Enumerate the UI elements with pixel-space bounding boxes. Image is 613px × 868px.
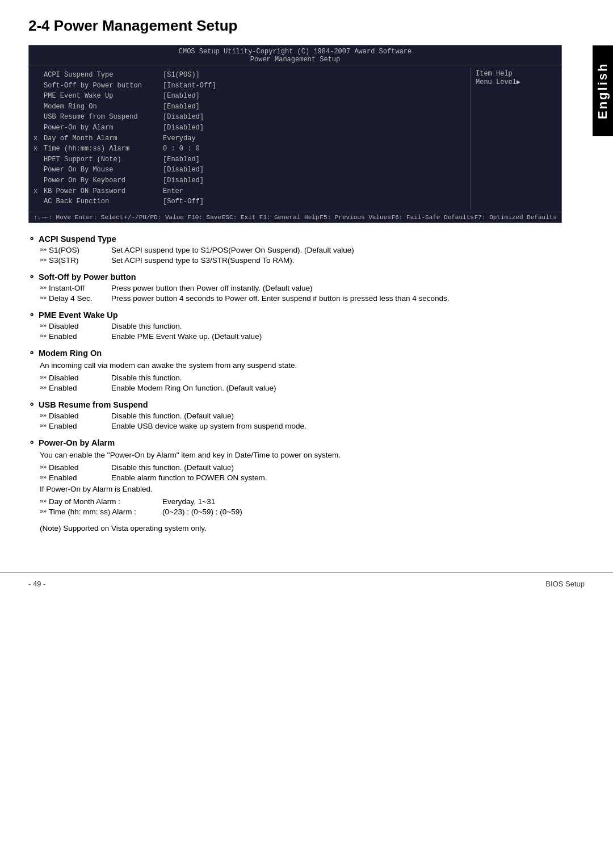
bios-row-label: Modem Ring On [44, 102, 163, 112]
bullet-icon: »» [40, 332, 49, 341]
sub-label: Enabled [49, 384, 111, 392]
sub-label: Disabled [49, 322, 111, 330]
bullet-icon: »» [40, 246, 49, 254]
sub-label: Disabled [49, 463, 111, 472]
sub-label: Delay 4 Sec. [49, 294, 111, 303]
sub-label: S1(POS) [49, 246, 111, 254]
extra-poweralarm: If Power-On by Alarm is Enabled. [28, 484, 562, 495]
bios-row: PME Event Wake Up[Enabled] [33, 91, 466, 102]
sub-item-alarm: »»Day of Month Alarm :Everyday, 1~31 [28, 497, 562, 506]
bios-row-value: [Disabled] [163, 165, 204, 175]
sub-item: »»EnabledEnable alarm function to POWER … [28, 473, 562, 482]
bios-header: CMOS Setup Utility-Copyright (C) 1984-20… [29, 45, 561, 65]
sub-desc: Enable USB device wake up system from su… [111, 422, 562, 430]
bios-row-label: Power On By Mouse [44, 165, 163, 175]
sub-desc: Disable this function. [111, 374, 562, 382]
bios-row: xDay of Month AlarmEveryday [33, 133, 466, 144]
sub-item-alarm: »»Time (hh: mm: ss) Alarm :(0~23) : (0~5… [28, 508, 562, 516]
bios-row: Power-On by Alarm[Disabled] [33, 123, 466, 133]
bios-row-value: [Soft-Off] [163, 196, 204, 207]
bios-help-sub: Menu Level▶ [476, 78, 557, 86]
bios-row: AC Back Function[Soft-Off] [33, 196, 466, 207]
bios-row-value: Enter [163, 186, 183, 197]
bios-row-value: [Enabled] [163, 154, 200, 165]
bios-row-label: Day of Month Alarm [44, 133, 163, 144]
page-title: 2-4 Power Management Setup [28, 17, 562, 35]
bios-row: Modem Ring On[Enabled] [33, 102, 466, 112]
bios-footer-esc: ESC: Exit F1: General Help [222, 214, 320, 221]
sub-label: Disabled [49, 374, 111, 382]
heading-pme: ⚬ PME Event Wake Up [28, 311, 562, 320]
sub-item: »»DisabledDisable this function. (Defaul… [28, 412, 562, 420]
footer-bar: - 49 - BIOS Setup [0, 572, 613, 595]
sub-item: »»DisabledDisable this function. (Defaul… [28, 463, 562, 472]
arrow-icon: ⚬ [28, 234, 35, 244]
bios-row-value: [Disabled] [163, 123, 204, 133]
section-usb: ⚬ USB Resume from Suspend»»DisabledDisab… [28, 400, 562, 430]
bullet-icon: »» [40, 256, 49, 265]
sub-desc: Enable alarm function to POWER ON system… [111, 473, 562, 482]
section-pme: ⚬ PME Event Wake Up»»DisabledDisable thi… [28, 311, 562, 341]
bios-row-value: 0 : 0 : 0 [163, 144, 200, 154]
bullet-icon: »» [40, 284, 49, 292]
bios-row-label: Power-On by Alarm [44, 123, 163, 133]
heading-modem: ⚬ Modem Ring On [28, 349, 562, 358]
bios-help-panel: Item Help Menu Level▶ [471, 68, 561, 209]
bios-row-value: [Disabled] [163, 175, 204, 186]
bios-header-line2: Power Management Setup [29, 56, 561, 64]
sub-desc: Disable this function. [111, 322, 562, 330]
sub-label: Enabled [49, 332, 111, 341]
sub-item: »»Delay 4 Sec.Press power button 4 secon… [28, 294, 562, 303]
bios-row-value: Everyday [163, 133, 196, 144]
bios-row: ACPI Suspend Type[S1(POS)] [33, 70, 466, 81]
bios-settings-list: ACPI Suspend Type[S1(POS)]Soft-Off by Po… [29, 68, 471, 209]
heading-usb: ⚬ USB Resume from Suspend [28, 400, 562, 409]
bullet-icon: »» [40, 374, 49, 382]
sub-item: »»EnabledEnable Modem Ring On function. … [28, 384, 562, 392]
section-softoff: ⚬ Soft-Off by Power button»»Instant-OffP… [28, 272, 562, 303]
sub-label: Instant-Off [49, 284, 111, 292]
bios-footer: ↑↓→←: Move Enter: Select +/-/PU/PD: Valu… [29, 212, 561, 223]
sub-item: »»EnabledEnable USB device wake up syste… [28, 422, 562, 430]
arrow-icon: ⚬ [28, 272, 35, 282]
heading-softoff: ⚬ Soft-Off by Power button [28, 272, 562, 282]
bios-row: Power On By Mouse[Disabled] [33, 165, 466, 175]
arrow-icon: ⚬ [28, 311, 35, 320]
sub-desc: Set ACPI suspend type to S1/POS(Power On… [111, 246, 562, 254]
sub-label: S3(STR) [49, 256, 111, 265]
sub-item: »»S1(POS)Set ACPI suspend type to S1/POS… [28, 246, 562, 254]
bullet-icon: »» [40, 412, 49, 420]
bios-header-line1: CMOS Setup Utility-Copyright (C) 1984-20… [29, 48, 561, 56]
footer-bios-setup: BIOS Setup [545, 580, 585, 588]
english-tab: English [593, 45, 613, 136]
sub-item: »»DisabledDisable this function. [28, 374, 562, 382]
bios-row: xTime (hh:mm:ss) Alarm0 : 0 : 0 [33, 144, 466, 154]
sub-desc: Everyday, 1~31 [162, 497, 562, 506]
sub-desc: Enable PME Event Wake up. (Default value… [111, 332, 562, 341]
bios-footer-f7: F7: Optimized Defaults [475, 214, 557, 221]
arrow-icon: ⚬ [28, 349, 35, 358]
bios-row-label: Time (hh:mm:ss) Alarm [44, 144, 163, 154]
bullet-icon: »» [40, 508, 49, 516]
bios-row-label: ACPI Suspend Type [44, 70, 163, 81]
bios-row-value: [S1(POS)] [163, 70, 200, 81]
sub-label: Enabled [49, 473, 111, 482]
bios-row-prefix: x [33, 186, 44, 197]
bios-row-label: PME Event Wake Up [44, 91, 163, 102]
sub-item: »»Instant-OffPress power button then Pow… [28, 284, 562, 292]
bios-row: HPET Support (Note)[Enabled] [33, 154, 466, 165]
bios-row-label: USB Resume from Suspend [44, 112, 163, 123]
sub-desc: (0~23) : (0~59) : (0~59) [162, 508, 562, 516]
bullet-icon: »» [40, 463, 49, 472]
section-poweralarm: ⚬ Power-On by AlarmYou can enable the "P… [28, 438, 562, 517]
sub-desc: Set ACPI suspend type to S3/STR(Suspend … [111, 256, 562, 265]
bios-row-label: Power On By Keyboard [44, 175, 163, 186]
sub-label: Disabled [49, 412, 111, 420]
bios-row-value: [Enabled] [163, 91, 200, 102]
bios-row: Power On By Keyboard[Disabled] [33, 175, 466, 186]
bios-footer-value: +/-/PU/PD: Value F10: Save [124, 214, 221, 221]
desc-poweralarm: You can enable the "Power-On by Alarm" i… [28, 450, 562, 461]
sub-label: Day of Month Alarm : [49, 497, 162, 506]
bios-row-label: AC Back Function [44, 196, 163, 207]
sub-label: Time (hh: mm: ss) Alarm : [49, 508, 162, 516]
